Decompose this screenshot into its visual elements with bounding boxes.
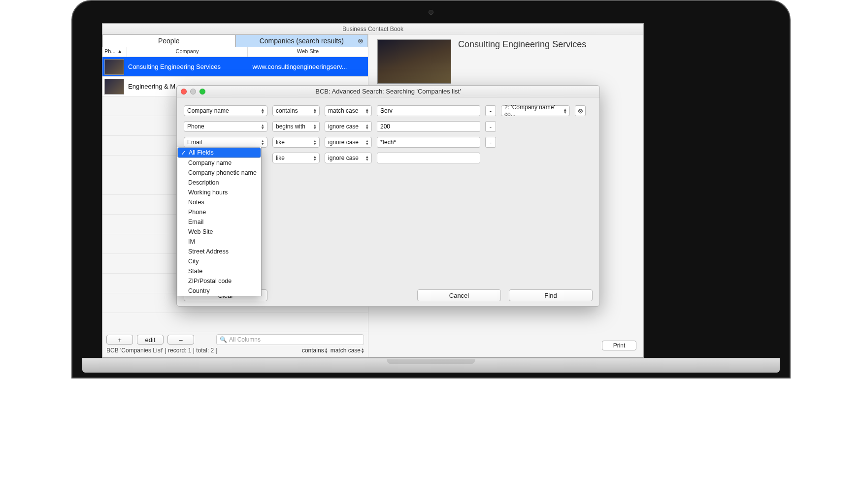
operator-select[interactable]: begins with▴▾ — [272, 121, 320, 132]
chevrons-icon: ▴▾ — [366, 139, 368, 145]
dropdown-option[interactable]: City — [177, 256, 261, 266]
dialog-title: BCB: Advanced Search: Searching 'Compani… — [177, 88, 599, 95]
chevrons-icon: ▴▾ — [366, 108, 368, 114]
dropdown-option[interactable]: Company name — [177, 158, 261, 168]
dropdown-option[interactable]: IM — [177, 237, 261, 247]
cancel-button[interactable]: Cancel — [417, 289, 501, 301]
clear-all-button[interactable]: ⊗ — [575, 105, 586, 116]
operator-select[interactable]: like▴▾ — [272, 137, 320, 148]
chevrons-icon: ▴▾ — [314, 155, 316, 161]
window-title: Business Contact Book — [102, 24, 643, 34]
chevrons-icon: ▴▾ — [262, 108, 264, 114]
chevrons-icon: ▴▾ — [262, 139, 264, 145]
chevrons-icon: ▴▾ — [366, 124, 368, 129]
remove-row-button[interactable]: - — [485, 137, 496, 148]
field-dropdown[interactable]: All FieldsCompany nameCompany phonetic n… — [177, 147, 262, 296]
company-name-cell: Consulting Engineering Services — [126, 63, 234, 70]
field-select[interactable]: Email▴▾ — [184, 137, 267, 148]
chevrons-icon: ▴▾ — [314, 124, 316, 129]
dropdown-option[interactable]: Phone — [177, 207, 261, 217]
laptop-bezel: Business Contact Book People Companies (… — [71, 0, 791, 378]
search-row: Email▴▾ like▴▾ ignore case▴▾ - — [184, 137, 593, 148]
columns-header: Ph... ▲ Company Web Site — [102, 47, 368, 57]
dialog-titlebar: BCB: Advanced Search: Searching 'Compani… — [177, 86, 599, 97]
chevrons-icon: ▴▾ — [564, 108, 566, 114]
company-thumb — [104, 59, 124, 75]
table-row[interactable]: Consulting Engineering Services www.cons… — [102, 57, 368, 77]
case-select[interactable]: ignore case▴▾ — [325, 121, 372, 132]
dropdown-option[interactable]: Working hours — [177, 188, 261, 197]
search-row: Phone▴▾ begins with▴▾ ignore case▴▾ - — [184, 121, 593, 132]
chevrons-icon: ▴▾ — [362, 347, 364, 353]
field-select[interactable]: Company name▴▾ — [184, 105, 267, 116]
column-website[interactable]: Web Site — [248, 47, 368, 57]
dropdown-option[interactable]: Company phonetic name — [177, 168, 261, 178]
value-input[interactable] — [377, 121, 480, 132]
contains-select[interactable]: contains▴▾ — [302, 347, 328, 354]
column-company[interactable]: Company — [127, 47, 248, 57]
screen: Business Contact Book People Companies (… — [102, 23, 644, 358]
search-row: Company name▴▾ contains▴▾ match case▴▾ -… — [184, 105, 593, 116]
case-select[interactable]: ignore case▴▾ — [325, 153, 372, 163]
laptop-base — [82, 358, 780, 373]
dropdown-option[interactable]: Street Address — [177, 247, 261, 256]
chevrons-icon: ▴▾ — [325, 347, 328, 353]
dropdown-option[interactable]: Country — [177, 286, 261, 296]
dropdown-option[interactable]: State — [177, 266, 261, 276]
dropdown-option[interactable]: Description — [177, 178, 261, 188]
matchcase-select[interactable]: match case▴▾ — [331, 347, 364, 354]
dialog-body: Company name▴▾ contains▴▾ match case▴▾ -… — [177, 97, 599, 284]
remove-button[interactable]: – — [167, 335, 194, 345]
add-button[interactable]: + — [106, 335, 133, 345]
dropdown-option[interactable]: All Fields — [177, 147, 261, 158]
remove-row-button[interactable]: - — [485, 121, 496, 132]
column-photo[interactable]: Ph... ▲ — [102, 47, 127, 57]
dropdown-option[interactable]: Web Site — [177, 227, 261, 237]
value-input[interactable] — [377, 153, 480, 163]
print-button[interactable]: Print — [602, 341, 636, 350]
value-input[interactable] — [377, 105, 480, 116]
advanced-search-dialog: BCB: Advanced Search: Searching 'Compani… — [176, 85, 600, 307]
detail-photo — [377, 39, 451, 84]
search-placeholder: All Columns — [229, 336, 261, 343]
company-site-cell: www.consultingengineeringserv... — [234, 63, 368, 70]
dropdown-option[interactable]: Notes — [177, 197, 261, 207]
operator-select[interactable]: like▴▾ — [272, 153, 320, 163]
summary-select[interactable]: 2: 'Company name' co...▴▾ — [501, 105, 570, 116]
field-select[interactable]: Phone▴▾ — [184, 121, 267, 132]
tab-people[interactable]: People — [102, 34, 235, 47]
tab-companies-label: Companies (search results) — [260, 37, 344, 45]
chevrons-icon: ▴▾ — [314, 108, 316, 114]
chevrons-icon: ▴▾ — [366, 155, 368, 161]
chevrons-icon: ▴▾ — [262, 124, 264, 129]
remove-row-button[interactable]: - — [485, 105, 496, 116]
chevrons-icon: ▴▾ — [314, 139, 316, 145]
camera-dot — [429, 10, 433, 15]
case-select[interactable]: match case▴▾ — [325, 105, 372, 116]
tab-people-label: People — [158, 37, 180, 45]
case-select[interactable]: ignore case▴▾ — [325, 137, 372, 148]
search-input[interactable]: 🔍 All Columns — [216, 334, 364, 345]
close-icon[interactable]: ⊗ — [358, 37, 364, 45]
tab-companies[interactable]: Companies (search results) ⊗ — [235, 34, 368, 47]
dropdown-option[interactable]: Email — [177, 217, 261, 227]
value-input[interactable] — [377, 137, 480, 148]
operator-select[interactable]: contains▴▾ — [272, 105, 320, 116]
dropdown-option[interactable]: ZIP/Postal code — [177, 276, 261, 286]
search-icon: 🔍 — [220, 336, 227, 343]
status-text: BCB 'Companies List' | record: 1 | total… — [106, 347, 217, 354]
edit-button[interactable]: edit — [137, 335, 164, 345]
find-button[interactable]: Find — [509, 289, 593, 301]
company-thumb — [104, 79, 124, 94]
bottom-bar: + edit – 🔍 All Columns BCB 'Companies Li… — [102, 332, 368, 357]
